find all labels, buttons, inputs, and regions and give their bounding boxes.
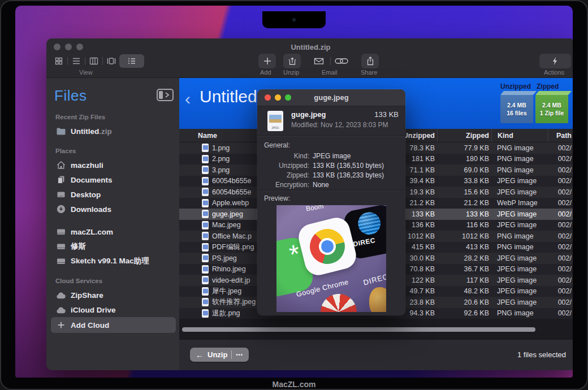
sidebar-item-add-cloud[interactable]: Add Cloud [51,317,176,333]
actions-label: Actions [544,69,564,76]
laptop-mockup: Untitled.zip View Add Unzip [0,0,588,390]
view-grid-icon[interactable] [51,54,67,68]
sidebar-item-item[interactable]: 修斯 [54,239,174,254]
sidebar-item-label: Desktop [71,190,101,199]
file-name: Office Mac.p [212,232,252,240]
window-title: Untitled.zip [46,43,573,51]
plus-icon [55,320,67,330]
file-icon [202,210,209,218]
sidebar-item-downloads[interactable]: Downloads [54,202,174,216]
inspector-modified: Modified: Nov 12, 2023 8:03 PM [291,121,388,129]
share-button[interactable] [361,54,379,68]
chain-link-icon [334,57,349,66]
kind-cell: PNG image [491,308,548,319]
kind-cell: PNG image [491,231,548,242]
sidebar-item-label: Downloads [71,205,111,214]
zipped-cell: 20.6 KB [437,297,491,308]
brand-watermark: MacZL.com [0,380,588,389]
footer-bar: ← Unzip ••• 1 files selected [179,339,573,370]
path-cell: 002/ [548,242,573,253]
view-details-icon[interactable] [119,54,144,68]
unzip-icon [287,56,297,66]
preview-text-directv: DIREC [362,272,386,287]
info-row: Unzipped:133 KB (136,510 bytes) [257,161,405,171]
camera-dot [292,18,296,21]
column-header-zipped[interactable]: Zipped [437,129,491,142]
unzip-button[interactable] [283,54,301,68]
sidebar-title: Files [54,87,87,105]
path-cell: 002/ [548,308,573,319]
file-name: 退款.png [212,309,240,318]
file-name: 3.png [212,166,230,174]
file-icon [202,232,209,240]
camera-notch [262,11,326,28]
inspector-file-size: 133 KB [374,110,399,119]
path-cell: 002/ [548,198,573,209]
kind-cell: JPEG image [491,176,548,187]
column-header-path[interactable]: Path [548,129,573,142]
view-columns-icon[interactable] [86,54,102,68]
sidebar-item-maczl-com[interactable]: macZL.com [54,224,174,239]
selection-status: 1 files selected [517,350,566,359]
sidebar-item-sketch-v99-1-mac[interactable]: Sketch v99.1 Mac助理 [54,254,174,268]
view-list-icon[interactable] [68,54,84,68]
inspector-titlebar: guge.jpeg [257,89,405,106]
path-cell: 002/ [548,176,573,187]
folder-icon [55,126,67,136]
unzip-footer-label: Unzip [207,350,227,359]
preview-text-boom: Boom [305,205,324,213]
kind-cell: PNG image [491,154,548,165]
info-key: Kind: [257,151,309,161]
add-button[interactable] [258,54,276,68]
sidebar-item-label: Documents [71,176,113,184]
preview-section-label: Preview: [264,194,290,202]
more-options-icon[interactable]: ••• [236,352,243,358]
link-button[interactable] [332,54,351,68]
unzipped-size: 2.4 MB [507,101,526,109]
directv-icon-label: DIREC [352,232,386,249]
file-name: Apple.webp [212,199,249,207]
zipped-cell: 413 KB [437,242,491,253]
kind-cell: JPEG image [491,209,548,220]
path-cell: 002/ [548,142,573,154]
file-icon [202,144,209,152]
sidebar-item-icloud-drive[interactable]: iCloud Drive [54,302,174,317]
sidebar-item-zipshare[interactable]: ZipShare [54,288,174,302]
info-value: None [313,180,405,190]
path-cell: 002/ [548,209,573,220]
column-header-kind[interactable]: Kind [491,129,548,142]
drive-icon [55,256,67,266]
downloads-icon [55,204,67,214]
green-app-icon [276,235,315,300]
file-name: 60054b655e [212,188,252,196]
file-name: Rhino.jpeg [212,265,246,273]
zipped-count: 1 Zip file [540,109,564,117]
zipped-cell: 117 KB [437,275,491,286]
view-gallery-icon[interactable] [103,54,119,68]
path-cell: 002/ [548,187,573,198]
file-name: PS.jpeg [212,254,237,262]
unzipped-count: 16 files [507,109,527,117]
sidebar-toggle-icon[interactable] [157,89,174,103]
home-icon [55,160,67,170]
sidebar-item-label: ZipShare [71,291,103,300]
sidebar-item-label: Add Cloud [71,321,109,330]
back-chevron-icon[interactable]: ‹ [185,90,191,107]
sidebar-item-desktop[interactable]: Desktop [54,187,174,202]
candy-shape [317,290,361,312]
email-label: Email [322,69,338,76]
inspector-file-header: JPEG guge.jpeg 133 KB Modified: Nov 12, … [257,106,405,136]
zipped-cell: 36.7 KB [437,264,491,275]
email-button[interactable] [310,54,327,68]
sidebar-item-documents[interactable]: Documents [54,172,174,187]
zipped-cell: 28.2 KB [437,253,491,264]
unzip-footer-button[interactable]: ← Unzip ••• [190,348,249,362]
actions-button[interactable] [539,54,571,68]
sidebar-item-suffix: .zip [99,127,112,136]
sidebar-item-untitled[interactable]: Untitled.zip [54,124,174,138]
path-cell: 002/ [548,253,573,264]
sidebar-item-maczhuli[interactable]: maczhuli [54,158,174,172]
file-icon [202,188,209,196]
path-cell: 002/ [548,231,573,242]
horizontal-scrollbar[interactable] [182,327,535,332]
